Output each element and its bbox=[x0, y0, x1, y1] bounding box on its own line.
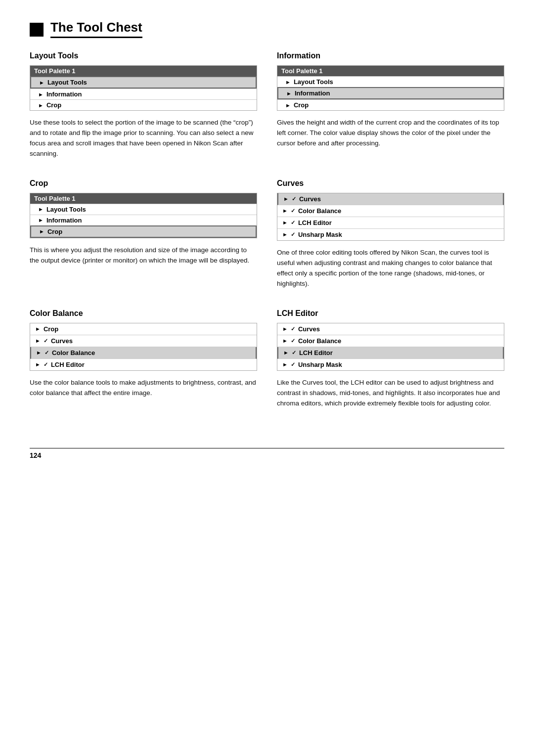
palette-row-lch-4[interactable]: ► ✓ Unsharp Mask bbox=[277, 359, 504, 370]
section-layout-tools: Layout Tools Tool Palette 1 ► Layout Too… bbox=[30, 51, 257, 159]
arrow-icon: ► bbox=[285, 79, 291, 85]
palette-row-label: LCH Editor bbox=[298, 219, 332, 226]
arrow-icon: ► bbox=[38, 91, 44, 97]
footer: 124 bbox=[30, 448, 504, 459]
palette-row-info-3[interactable]: ► Crop bbox=[277, 99, 504, 110]
palette-row-label: Layout Tools bbox=[46, 206, 86, 213]
check-icon: ✓ bbox=[292, 196, 296, 202]
palette-row-cb-1[interactable]: ► Crop bbox=[30, 323, 257, 335]
palette-row-info-1[interactable]: ► Layout Tools bbox=[277, 76, 504, 87]
palette-row-label: Curves bbox=[298, 325, 320, 333]
palette-row-label: Color Balance bbox=[52, 349, 95, 356]
desc-information: Gives the height and width of the curren… bbox=[277, 118, 504, 149]
desc-lch-editor: Like the Curves tool, the LCH editor can… bbox=[277, 378, 504, 409]
palette-row-layout-tools-1[interactable]: ► Layout Tools bbox=[30, 76, 257, 89]
palette-header-information: Tool Palette 1 bbox=[277, 66, 504, 76]
section-curves: Curves ► ✓ Curves ► ✓ Color Balance ► ✓ … bbox=[277, 179, 504, 289]
palette-row-label: Crop bbox=[47, 228, 62, 235]
check-icon: ✓ bbox=[291, 220, 295, 226]
palette-row-label: Unsharp Mask bbox=[298, 361, 342, 368]
arrow-icon: ► bbox=[35, 338, 41, 344]
palette-row-label: Crop bbox=[44, 325, 58, 333]
arrow-icon: ► bbox=[282, 231, 288, 237]
palette-crop: Tool Palette 1 ► Layout Tools ► Informat… bbox=[30, 193, 257, 238]
check-icon: ✓ bbox=[44, 338, 48, 344]
arrow-icon: ► bbox=[38, 217, 44, 223]
palette-row-lch-1[interactable]: ► ✓ Curves bbox=[277, 323, 504, 335]
palette-row-label: Layout Tools bbox=[294, 78, 333, 86]
section-title-crop: Crop bbox=[30, 179, 257, 188]
palette-header-crop: Tool Palette 1 bbox=[30, 193, 257, 204]
check-icon: ✓ bbox=[291, 361, 295, 368]
palette-row-label: Color Balance bbox=[298, 337, 341, 345]
section-title-curves: Curves bbox=[277, 179, 504, 188]
palette-row-label: Curves bbox=[51, 337, 73, 345]
section-crop: Crop Tool Palette 1 ► Layout Tools ► Inf… bbox=[30, 179, 257, 289]
palette-row-label: Crop bbox=[294, 101, 309, 109]
palette-row-label: Information bbox=[295, 89, 330, 97]
title-black-square bbox=[30, 23, 44, 37]
palette-row-label: Information bbox=[46, 217, 82, 224]
palette-row-crop-1[interactable]: ► Layout Tools bbox=[30, 204, 257, 215]
check-icon: ✓ bbox=[291, 208, 295, 214]
desc-curves: One of three color editing tools offered… bbox=[277, 248, 504, 289]
check-icon: ✓ bbox=[44, 350, 49, 356]
page-title: The Tool Chest bbox=[30, 20, 504, 37]
palette-row-curves-4[interactable]: ► ✓ Unsharp Mask bbox=[277, 229, 504, 240]
check-icon: ✓ bbox=[291, 338, 295, 344]
palette-row-crop-2[interactable]: ► Information bbox=[30, 215, 257, 225]
arrow-icon: ► bbox=[283, 350, 289, 356]
arrow-icon: ► bbox=[286, 90, 292, 96]
section-lch-editor: LCH Editor ► ✓ Curves ► ✓ Color Balance … bbox=[277, 309, 504, 409]
desc-color-balance: Use the color balance tools to make adju… bbox=[30, 378, 257, 399]
palette-row-lch-3[interactable]: ► ✓ LCH Editor bbox=[277, 347, 504, 359]
arrow-icon: ► bbox=[36, 350, 42, 356]
section-information: Information Tool Palette 1 ► Layout Tool… bbox=[277, 51, 504, 159]
palette-row-label: Crop bbox=[46, 101, 61, 109]
arrow-icon: ► bbox=[283, 196, 289, 202]
palette-curves: ► ✓ Curves ► ✓ Color Balance ► ✓ LCH Edi… bbox=[277, 193, 504, 241]
palette-row-label: Unsharp Mask bbox=[298, 231, 342, 238]
palette-row-info-2[interactable]: ► Information bbox=[277, 87, 504, 99]
palette-row-layout-tools-3[interactable]: ► Crop bbox=[30, 99, 257, 110]
palette-row-layout-tools-2[interactable]: ► Information bbox=[30, 89, 257, 99]
check-icon: ✓ bbox=[291, 326, 295, 332]
palette-row-cb-3[interactable]: ► ✓ Color Balance bbox=[30, 347, 257, 359]
arrow-icon: ► bbox=[35, 326, 41, 332]
palette-lch-editor: ► ✓ Curves ► ✓ Color Balance ► ✓ LCH Edi… bbox=[277, 323, 504, 371]
section-title-lch-editor: LCH Editor bbox=[277, 309, 504, 318]
arrow-icon: ► bbox=[282, 326, 288, 332]
arrow-icon: ► bbox=[39, 80, 44, 86]
arrow-icon: ► bbox=[282, 338, 288, 344]
palette-row-label: Information bbox=[46, 90, 82, 98]
palette-row-label: Color Balance bbox=[298, 207, 341, 215]
palette-row-cb-4[interactable]: ► ✓ LCH Editor bbox=[30, 359, 257, 370]
arrow-icon: ► bbox=[282, 361, 288, 367]
arrow-icon: ► bbox=[38, 102, 44, 108]
section-color-balance: Color Balance ► Crop ► ✓ Curves ► ✓ Colo… bbox=[30, 309, 257, 409]
palette-layout-tools: Tool Palette 1 ► Layout Tools ► Informat… bbox=[30, 65, 257, 111]
title-text: The Tool Chest bbox=[50, 20, 142, 38]
arrow-icon: ► bbox=[282, 208, 288, 214]
arrow-icon: ► bbox=[285, 102, 291, 108]
check-icon: ✓ bbox=[291, 231, 295, 238]
section-title-information: Information bbox=[277, 51, 504, 60]
arrow-icon: ► bbox=[39, 228, 44, 234]
palette-color-balance: ► Crop ► ✓ Curves ► ✓ Color Balance ► ✓ … bbox=[30, 323, 257, 371]
palette-row-label: LCH Editor bbox=[51, 361, 85, 368]
palette-row-crop-3[interactable]: ► Crop bbox=[30, 225, 257, 238]
check-icon: ✓ bbox=[44, 361, 48, 368]
palette-information: Tool Palette 1 ► Layout Tools ► Informat… bbox=[277, 65, 504, 111]
page-number: 124 bbox=[30, 451, 41, 459]
palette-row-label: Layout Tools bbox=[47, 79, 87, 86]
palette-row-lch-2[interactable]: ► ✓ Color Balance bbox=[277, 335, 504, 347]
palette-row-label: LCH Editor bbox=[299, 349, 333, 356]
palette-row-curves-2[interactable]: ► ✓ Color Balance bbox=[277, 205, 504, 217]
palette-row-cb-2[interactable]: ► ✓ Curves bbox=[30, 335, 257, 347]
palette-row-curves-1[interactable]: ► ✓ Curves bbox=[277, 193, 504, 205]
desc-layout-tools: Use these tools to select the portion of… bbox=[30, 118, 257, 159]
section-title-layout-tools: Layout Tools bbox=[30, 51, 257, 60]
palette-row-curves-3[interactable]: ► ✓ LCH Editor bbox=[277, 217, 504, 229]
arrow-icon: ► bbox=[35, 361, 41, 367]
section-title-color-balance: Color Balance bbox=[30, 309, 257, 318]
